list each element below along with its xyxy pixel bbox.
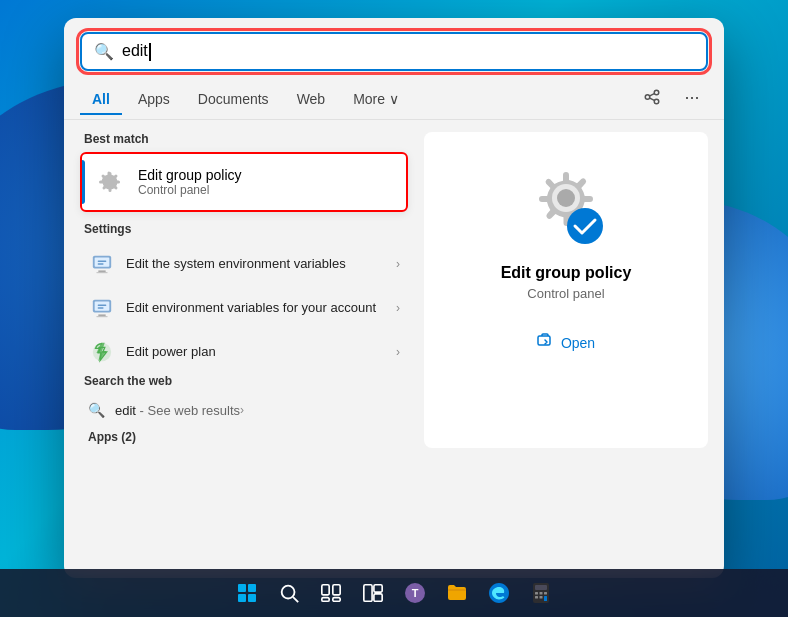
search-icon: 🔍 — [94, 42, 114, 61]
svg-rect-19 — [248, 584, 256, 592]
start-button[interactable] — [229, 575, 265, 611]
svg-rect-29 — [374, 585, 382, 592]
env-vars-icon — [88, 250, 116, 278]
web-search-heading: Search the web — [80, 374, 408, 388]
svg-text:T: T — [412, 587, 419, 599]
svg-rect-34 — [535, 585, 547, 590]
left-panel: Best match Edit group policy Control pan… — [64, 120, 424, 460]
svg-rect-6 — [95, 258, 110, 267]
teams-button[interactable]: T — [397, 575, 433, 611]
content-area: Best match Edit group policy Control pan… — [64, 120, 724, 460]
connect-icon-button[interactable] — [636, 81, 668, 113]
explorer-button[interactable] — [439, 575, 475, 611]
svg-rect-20 — [238, 594, 246, 602]
settings-item-user-env[interactable]: Edit environment variables for your acco… — [80, 286, 408, 330]
svg-rect-11 — [98, 314, 105, 316]
group-policy-icon — [92, 164, 128, 200]
snap-layout-button[interactable] — [355, 575, 391, 611]
svg-rect-27 — [333, 598, 340, 602]
env-vars-text: Edit the system environment variables — [126, 256, 396, 273]
svg-line-3 — [650, 94, 655, 96]
svg-rect-36 — [540, 592, 543, 595]
detail-title: Edit group policy — [501, 264, 632, 282]
tab-all[interactable]: All — [80, 85, 122, 115]
open-button[interactable]: Open — [521, 325, 611, 361]
svg-rect-21 — [248, 594, 256, 602]
search-popup: 🔍 edit All Apps Documents Web More ∨ ··· — [64, 18, 724, 578]
svg-line-4 — [650, 98, 655, 100]
taskview-button[interactable] — [313, 575, 349, 611]
settings-list: Edit the system environment variables › — [80, 242, 408, 374]
svg-rect-37 — [544, 592, 547, 595]
web-search-icon: 🔍 — [88, 402, 105, 418]
more-options-button[interactable]: ··· — [676, 81, 708, 113]
svg-rect-17 — [538, 336, 550, 345]
calculator-button[interactable] — [523, 575, 559, 611]
svg-line-23 — [293, 597, 298, 602]
search-taskbar-button[interactable] — [271, 575, 307, 611]
chevron-icon-3: › — [396, 345, 400, 359]
best-match-text: Edit group policy Control panel — [138, 167, 242, 197]
settings-item-env-vars[interactable]: Edit the system environment variables › — [80, 242, 408, 286]
tab-bar: All Apps Documents Web More ∨ ··· — [64, 71, 724, 120]
svg-rect-16 — [567, 208, 603, 244]
svg-rect-28 — [364, 585, 372, 602]
tab-web[interactable]: Web — [285, 85, 338, 115]
detail-subtitle: Control panel — [527, 286, 604, 301]
svg-point-22 — [282, 586, 295, 599]
settings-heading: Settings — [80, 222, 408, 236]
chevron-icon-2: › — [396, 301, 400, 315]
svg-rect-8 — [97, 272, 108, 273]
svg-point-1 — [654, 90, 659, 95]
tabs-list: All Apps Documents Web More ∨ — [80, 85, 411, 115]
svg-rect-38 — [535, 596, 538, 599]
chevron-icon-4: › — [240, 403, 244, 417]
svg-rect-39 — [540, 596, 543, 599]
tab-actions: ··· — [636, 81, 708, 119]
user-env-text: Edit environment variables for your acco… — [126, 300, 396, 317]
svg-rect-26 — [322, 598, 329, 602]
best-match-heading: Best match — [80, 132, 408, 146]
svg-rect-7 — [98, 270, 105, 272]
search-input-wrapper[interactable]: 🔍 edit — [80, 32, 708, 71]
search-query-text: edit — [122, 42, 148, 59]
edge-button[interactable] — [481, 575, 517, 611]
chevron-icon: › — [396, 257, 400, 271]
power-plan-icon — [88, 338, 116, 366]
svg-rect-12 — [97, 316, 108, 317]
svg-rect-18 — [238, 584, 246, 592]
tab-documents[interactable]: Documents — [186, 85, 281, 115]
svg-rect-30 — [374, 594, 382, 601]
svg-rect-35 — [535, 592, 538, 595]
open-icon — [537, 333, 553, 353]
svg-rect-24 — [322, 585, 329, 595]
best-match-subtitle: Control panel — [138, 183, 242, 197]
open-label: Open — [561, 335, 595, 351]
search-bar-area: 🔍 edit — [64, 18, 724, 71]
apps-count: Apps (2) — [80, 426, 408, 448]
web-search-suffix: - See web results — [140, 403, 240, 418]
svg-point-15 — [557, 189, 575, 207]
svg-rect-25 — [333, 585, 340, 595]
power-plan-text: Edit power plan — [126, 344, 396, 361]
tab-more[interactable]: More ∨ — [341, 85, 411, 115]
svg-rect-10 — [95, 302, 110, 311]
search-input[interactable]: edit — [122, 42, 694, 61]
right-panel: Edit group policy Control panel Open — [424, 132, 708, 448]
best-match-item[interactable]: Edit group policy Control panel — [80, 152, 408, 212]
settings-item-power-plan[interactable]: Edit power plan › — [80, 330, 408, 374]
web-search-text: edit - See web results — [115, 403, 240, 418]
taskbar: T — [0, 569, 788, 617]
web-search-query: edit — [115, 403, 136, 418]
svg-point-2 — [654, 99, 659, 104]
web-search-item[interactable]: 🔍 edit - See web results › — [80, 394, 408, 426]
svg-rect-40 — [544, 596, 547, 601]
detail-icon — [521, 162, 611, 252]
best-match-title: Edit group policy — [138, 167, 242, 183]
svg-point-0 — [645, 95, 650, 100]
tab-apps[interactable]: Apps — [126, 85, 182, 115]
user-env-icon — [88, 294, 116, 322]
